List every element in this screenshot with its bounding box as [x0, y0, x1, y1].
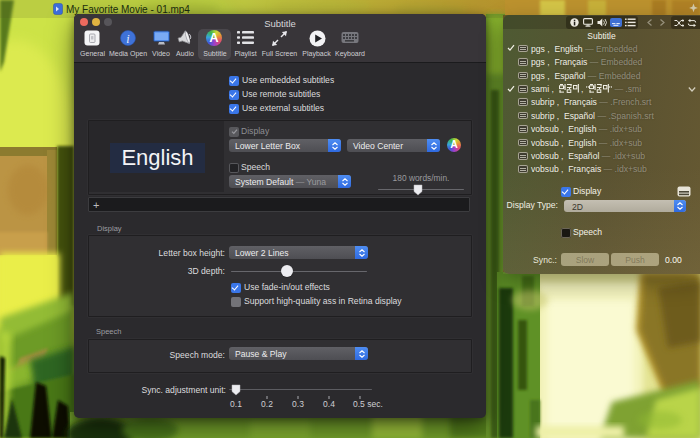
svg-text:i: i — [126, 32, 129, 46]
